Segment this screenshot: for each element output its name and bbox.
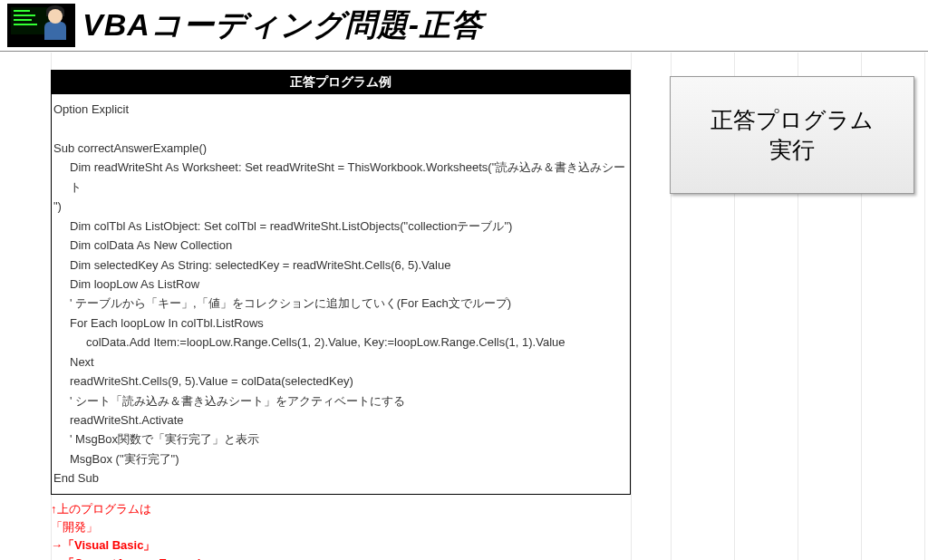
code-line: readWriteSht.Cells(9, 5).Value = colData… [53,372,628,391]
code-line: For Each loopLow In colTbl.ListRows [53,314,628,333]
code-example-block: 正答プログラム例 Option Explicit Sub correctAnsw… [51,70,631,495]
code-block-body: Option Explicit Sub correctAnswerExample… [52,94,630,494]
code-line: Dim colTbl As ListObject: Set colTbl = r… [53,217,628,236]
notes-section: ↑上のプログラムは「開発」→「Visual Basic」→「CorrectAns… [51,495,631,560]
code-line: Dim colData As New Collection [53,236,628,255]
code-block-header: 正答プログラム例 [52,71,630,94]
code-line: Next [53,352,628,372]
code-line: Dim readWriteSht As Worksheet: Set readW… [53,158,628,197]
code-line: colData.Add Item:=loopLow.Range.Cells(1,… [53,333,628,352]
code-line: Dim selectedKey As String: selectedKey =… [53,256,628,275]
code-line: ' テーブルから「キー」,「値」をコレクションに追加していく(For Each文… [53,294,628,313]
note-line: →「Visual Basic」 [51,536,631,555]
page-title: VBAコーディング問題-正答 [82,5,483,46]
page-header: VBAコーディング問題-正答 [0,0,928,52]
code-line: ") [53,197,628,216]
code-line: ' MsgBox関数で「実行完了」と表示 [53,430,628,449]
note-line: →「CorrectAnswerExample」 [51,555,631,560]
code-line [53,119,628,138]
run-button-line1: 正答プログラム [710,105,874,135]
note-line: ↑上のプログラムは [51,500,631,518]
note-line: 「開発」 [51,518,631,536]
run-correct-program-button[interactable]: 正答プログラム 実行 [670,76,914,194]
run-button-line2: 実行 [769,135,815,165]
code-line: End Sub [53,468,628,488]
code-line: MsgBox ("実行完了") [53,449,628,468]
code-line: readWriteSht.Activate [53,410,628,430]
code-line: Sub correctAnswerExample() [53,139,628,158]
code-line: ' シート「読み込み＆書き込みシート」をアクティベートにする [53,391,628,410]
programmer-icon [7,4,75,47]
code-line: Option Explicit [53,100,628,119]
code-line: Dim loopLow As ListRow [53,275,628,294]
